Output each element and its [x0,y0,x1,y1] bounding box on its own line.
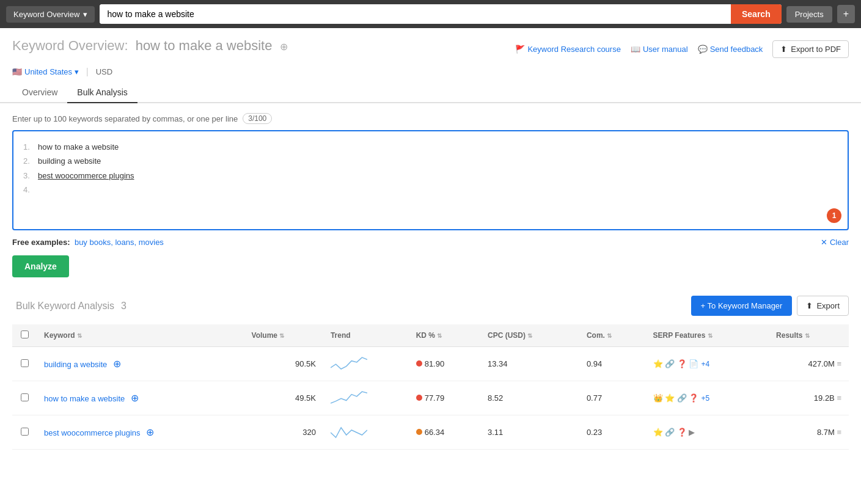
send-feedback-label: Send feedback [710,45,763,54]
add-keyword-icon[interactable]: ⊕ [146,427,154,437]
clear-label: Clear [830,238,849,247]
th-volume: Volume ⇅ [244,324,323,347]
analyze-button[interactable]: Analyze [12,255,69,277]
book-icon: 📖 [631,45,640,54]
table-header: Keyword ⇅ Volume ⇅ Trend KD % ⇅ CPC (USD… [12,324,849,347]
row-checkbox[interactable] [21,393,29,401]
results-cell: 427.0M ≡ [769,347,849,381]
tab-overview[interactable]: Overview [12,82,67,103]
sort-icon-serp[interactable]: ⇅ [708,332,713,339]
keyword-link[interactable]: best woocommerce plugins [44,428,141,437]
user-manual-label: User manual [643,45,688,54]
results-cell: 8.7M ≡ [769,415,849,450]
tool-selector-button[interactable]: Keyword Overview ▾ [6,6,95,23]
to-keyword-manager-button[interactable]: + To Keyword Manager [691,296,793,316]
serp-icons: ⭐ 🔗 ❓ ▶ [653,428,762,437]
upload-icon: ⬆ [780,45,787,54]
th-serp: SERP Features ⇅ [646,324,769,347]
line-num-1: 1. [23,140,33,154]
bulk-section-title: Bulk Keyword Analysis 3 [12,299,126,312]
free-examples-label: Free examples: [12,238,70,247]
add-to-list-icon[interactable]: ⊕ [280,42,288,52]
notification-badge: 1 [827,208,841,223]
keyword-course-link[interactable]: 🚩 Keyword Research course [515,45,620,54]
th-results: Results ⇅ [769,324,849,347]
free-examples-link[interactable]: buy books, loans, movies [75,238,164,247]
line-text-2: building a website [38,154,101,168]
export-up-icon: ⬆ [806,301,813,310]
keyword-link[interactable]: building a website [44,360,107,369]
projects-button[interactable]: Projects [786,6,832,23]
kd-cell: 66.34 [409,415,480,450]
volume-cell: 49.5K [244,381,323,415]
keyword-cell: how to make a website ⊕ [37,381,244,415]
sort-icon-results[interactable]: ⇅ [805,332,810,339]
country-label: United States [24,67,72,76]
kd-value: 77.79 [416,393,445,403]
serp-icons: 👑 ⭐ 🔗 ❓ +5 [653,393,762,403]
search-input[interactable] [100,4,731,24]
cpc-cell: 3.11 [480,415,579,450]
export-results-button[interactable]: ⬆ Export [797,296,849,316]
trend-sparkline [331,356,367,370]
line-num-3: 3. [23,169,33,183]
country-selector[interactable]: 🇺🇸 United States ▾ [12,67,79,76]
keyword-count-badge: 3/100 [243,113,272,124]
sort-icon-volume[interactable]: ⇅ [279,332,284,339]
table-row: building a website ⊕90.5K81.9013.340.94⭐… [12,347,849,381]
add-project-button[interactable]: + [837,5,855,23]
us-flag-icon: 🇺🇸 [12,67,22,76]
results-table: Keyword ⇅ Volume ⇅ Trend KD % ⇅ CPC (USD… [12,324,849,450]
com-cell: 0.94 [579,347,646,381]
x-icon: ✕ [821,238,827,247]
sort-icon-cpc[interactable]: ⇅ [527,332,532,339]
serp-cell: ⭐ 🔗 ❓ 📄 +4 [646,347,769,381]
kd-cell: 81.90 [409,347,480,381]
add-keyword-icon[interactable]: ⊕ [131,393,139,403]
sort-icon-com[interactable]: ⇅ [607,332,612,339]
export-pdf-button[interactable]: ⬆ Export to PDF [772,40,849,58]
trend-sparkline [331,390,367,404]
page-title: Keyword Overview: how to make a website … [12,38,288,54]
tabs: Overview Bulk Analysis [0,82,861,103]
hint-text: Enter up to 100 keywords separated by co… [12,114,238,123]
user-manual-link[interactable]: 📖 User manual [631,45,688,54]
tab-bulk-analysis[interactable]: Bulk Analysis [67,82,137,103]
th-keyword: Keyword ⇅ [37,324,244,347]
trend-cell [323,347,409,381]
results-cell: 19.2B ≡ [769,381,849,415]
volume-cell: 90.5K [244,347,323,381]
com-cell: 0.77 [579,381,646,415]
row-checkbox-cell [12,415,37,450]
page-header: Keyword Overview: how to make a website … [0,28,861,63]
th-com: Com. ⇅ [579,324,646,347]
table-row: how to make a website ⊕49.5K77.798.520.7… [12,381,849,415]
line-num-4: 4. [23,183,33,197]
send-feedback-link[interactable]: 💬 Send feedback [698,45,763,54]
keyword-course-label: Keyword Research course [527,45,620,54]
row-checkbox[interactable] [21,428,29,436]
bulk-actions: + To Keyword Manager ⬆ Export [691,296,849,316]
clear-button[interactable]: ✕ Clear [821,238,849,247]
keyword-lines[interactable]: 1. how to make a website 2. building a w… [13,131,848,229]
select-all-checkbox[interactable] [21,331,29,338]
add-keyword-icon[interactable]: ⊕ [113,359,121,369]
main-content: Enter up to 100 keywords separated by co… [0,113,861,450]
th-checkbox [12,324,37,347]
export-pdf-label: Export to PDF [791,45,841,54]
results-icon: ≡ [837,359,841,368]
keyword-cell: best woocommerce plugins ⊕ [37,415,244,450]
row-checkbox-cell [12,381,37,415]
trend-sparkline [331,424,367,439]
serp-count: +5 [701,394,709,403]
keyword-line-1: 1. how to make a website [23,140,838,154]
table-body: building a website ⊕90.5K81.9013.340.94⭐… [12,347,849,450]
keyword-link[interactable]: how to make a website [44,394,125,403]
sort-icon-kd[interactable]: ⇅ [437,332,442,339]
kd-cell: 77.79 [409,381,480,415]
search-button[interactable]: Search [731,4,782,24]
line-text-3: best woocommerce plugins [38,169,134,183]
sort-icon-keyword[interactable]: ⇅ [77,332,82,339]
header-actions: 🚩 Keyword Research course 📖 User manual … [515,40,849,58]
row-checkbox[interactable] [21,359,29,367]
